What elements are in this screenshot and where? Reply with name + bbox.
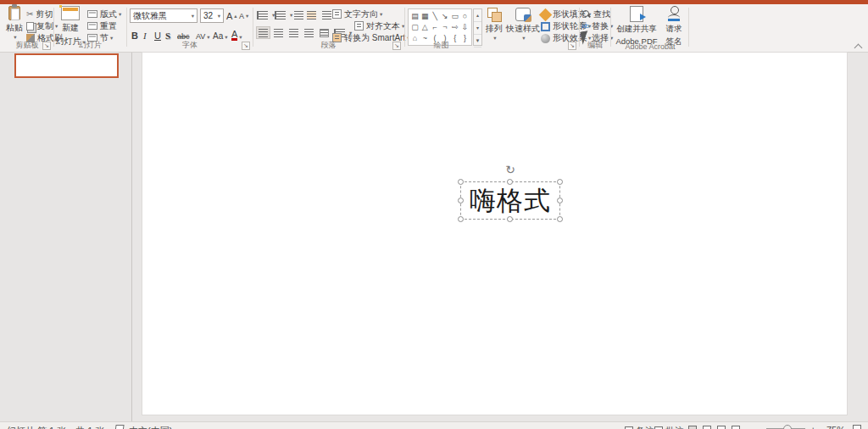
underline-button[interactable]: U (154, 29, 161, 41)
decrease-font-button[interactable]: A▾ (239, 10, 248, 21)
layout-button[interactable]: 版式 ▾ (87, 8, 121, 20)
quick-styles-button[interactable]: 快速样式 ▾ (505, 8, 541, 42)
zoom-in-button[interactable]: + (810, 425, 815, 429)
increase-indent-icon (307, 11, 316, 20)
increase-font-button[interactable]: A▴ (226, 10, 237, 21)
increase-indent-button[interactable] (307, 9, 319, 20)
status-bar: 幻灯片 第 1 张，共 1 张 中文(中国) 备注 批注 − + 75% (0, 421, 868, 429)
reset-button[interactable]: 重置 (87, 20, 117, 31)
shape-textbox-icon[interactable]: ▤ (410, 11, 420, 21)
slide-thumbnail-1[interactable] (14, 53, 119, 78)
ribbon-group-slides: 新建 幻灯片▾ 版式 ▾ 重置 节 ▾ 幻灯片 (55, 4, 125, 52)
language-status[interactable]: 中文(中国) (129, 425, 172, 429)
normal-view-button[interactable] (688, 426, 697, 429)
replace-button[interactable]: ab 替换 ▾ (581, 20, 613, 31)
fit-to-window-button[interactable] (853, 425, 861, 429)
drawing-dialog-launcher[interactable]: ↘ (568, 42, 576, 50)
decrease-indent-button[interactable] (294, 9, 306, 20)
strikethrough-button[interactable]: abc (177, 29, 190, 41)
gallery-up-arrow[interactable]: ▴ (474, 9, 481, 22)
spell-check-icon[interactable] (114, 425, 124, 429)
slide-canvas[interactable]: ↻ 嗨格式 (142, 53, 847, 415)
new-slide-icon (61, 6, 80, 20)
shape-outline-icon (541, 22, 550, 31)
ribbon-group-font: 微软雅黑 ▾ 32 ▾ A▴ A▾ B I U S abc (128, 4, 252, 52)
align-center-icon (274, 29, 283, 37)
comments-button[interactable]: 批注 (654, 425, 684, 429)
reset-icon (87, 22, 97, 30)
character-spacing-button[interactable]: AV ▾ (196, 29, 210, 41)
clipboard-dialog-launcher[interactable]: ↘ (42, 42, 51, 50)
ribbon-divider (53, 8, 54, 47)
shape-down-arrow-icon[interactable]: ⇩ (460, 22, 470, 32)
group-label-slides: 幻灯片 (55, 40, 125, 51)
font-dialog-launcher[interactable]: ↘ (242, 42, 250, 50)
cut-button[interactable]: ✂ 剪切 (26, 8, 53, 20)
shape-picture-icon[interactable]: ▦ (420, 11, 430, 21)
shape-triangle-icon[interactable]: △ (420, 22, 430, 32)
request-signatures-icon (667, 6, 681, 22)
arrange-button[interactable]: 排列 ▾ (483, 8, 505, 42)
textbox-selection[interactable]: ↻ 嗨格式 (460, 181, 560, 220)
ribbon-divider (688, 8, 689, 47)
bullets-button[interactable]: ▾ (257, 9, 275, 20)
bold-button[interactable]: B (131, 29, 138, 41)
slideshow-button[interactable] (732, 426, 740, 429)
font-color-button[interactable]: A ▾ (231, 29, 242, 41)
group-label-acrobat: Adobe Acrobat (612, 42, 688, 51)
rotate-handle-icon[interactable]: ↻ (505, 164, 515, 176)
resize-handle-ne[interactable] (557, 179, 563, 185)
ribbon-group-acrobat: 创建并共享 Adobe PDF 请求 签名 Adobe Acrobat (612, 4, 688, 52)
editing-canvas: ↻ 嗨格式 (133, 53, 868, 421)
resize-handle-nw[interactable] (458, 179, 464, 185)
resize-handle-sw[interactable] (458, 216, 464, 222)
justify-button[interactable] (302, 26, 316, 39)
ribbon-group-clipboard: 粘贴 ▾ ✂ 剪切 复制 ▾ 格式刷 剪贴板 ↘ (2, 4, 53, 52)
text-shadow-button[interactable]: S (165, 29, 170, 41)
shape-line-icon[interactable]: ╲ (431, 11, 440, 21)
align-left-icon (259, 29, 268, 37)
create-pdf-icon (630, 6, 643, 22)
resize-handle-se[interactable] (557, 216, 563, 222)
resize-handle-n[interactable] (507, 179, 513, 185)
notes-button[interactable]: 备注 (625, 425, 654, 429)
change-case-button[interactable]: Aa ▾ (213, 29, 228, 41)
shape-rounded-rect-icon[interactable]: ▢ (410, 22, 420, 32)
slide-sorter-view-button[interactable] (703, 426, 711, 429)
zoom-percentage[interactable]: 75% (826, 425, 845, 429)
paste-button[interactable]: 粘贴 ▾ (3, 6, 25, 41)
text-direction-button[interactable]: 文字方向 ▾ (332, 8, 382, 20)
group-label-font: 字体 (128, 40, 252, 51)
collapse-ribbon-button[interactable] (855, 42, 861, 48)
align-right-button[interactable] (287, 26, 301, 39)
resize-handle-e[interactable] (557, 198, 563, 203)
ribbon-home-tab-panel: 粘贴 ▾ ✂ 剪切 复制 ▾ 格式刷 剪贴板 ↘ 新建 (0, 4, 868, 53)
font-name-combo[interactable]: 微软雅黑 ▾ (130, 8, 198, 23)
shape-arrow-line-icon[interactable]: ↘ (440, 11, 449, 21)
align-text-button[interactable]: 对齐文本 ▾ (354, 20, 404, 31)
shape-elbow-arrow-icon[interactable]: ¬ (440, 22, 449, 32)
find-button[interactable]: 查找 (581, 8, 610, 20)
shape-right-arrow-icon[interactable]: ⇨ (450, 22, 459, 32)
shape-elbow-connector-icon[interactable]: ⌐ (431, 22, 440, 32)
italic-button[interactable]: I (143, 29, 147, 41)
ribbon-divider (126, 8, 127, 47)
resize-handle-w[interactable] (458, 198, 464, 203)
paragraph-dialog-launcher[interactable]: ↘ (392, 42, 401, 50)
textbox-text[interactable]: 嗨格式 (461, 182, 559, 219)
distributed-button[interactable] (317, 26, 331, 39)
request-signatures-button[interactable]: 请求 签名 (661, 6, 687, 47)
justify-icon (304, 29, 314, 37)
shape-oval-icon[interactable]: ○ (460, 11, 470, 21)
align-left-button[interactable] (256, 26, 270, 39)
create-share-pdf-button[interactable]: 创建并共享 Adobe PDF (613, 6, 660, 46)
ribbon-divider (253, 8, 253, 47)
align-center-button[interactable] (271, 26, 286, 39)
font-size-combo[interactable]: 32 ▾ (200, 8, 224, 23)
shape-rectangle-icon[interactable]: ▭ (450, 11, 459, 21)
gallery-down-arrow[interactable]: ▾ (474, 22, 481, 35)
numbering-button[interactable]: ▾ (275, 9, 292, 20)
zoom-out-button[interactable]: − (757, 425, 762, 429)
reading-view-button[interactable] (717, 426, 726, 429)
resize-handle-s[interactable] (507, 216, 513, 222)
